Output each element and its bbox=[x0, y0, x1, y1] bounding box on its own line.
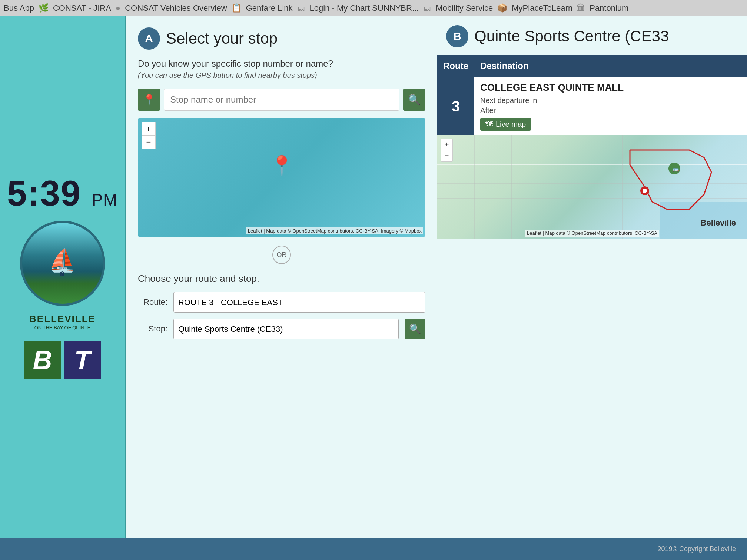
route-form-row: Route: ROUTE 3 - COLLEGE EAST ROUTE 1 - … bbox=[138, 292, 425, 313]
route-table-header: Route Destination bbox=[437, 55, 747, 77]
map-zoom-controls: + − bbox=[142, 122, 156, 149]
mini-map-city-label: Belleville bbox=[701, 218, 736, 228]
time-ampm: PM bbox=[92, 191, 118, 209]
stop-label: Stop: bbox=[138, 324, 167, 334]
col-header-dest: Destination bbox=[474, 55, 747, 77]
stop-select[interactable]: Quinte Sports Centre (CE33) College East… bbox=[173, 319, 399, 339]
map-pin-icon: 📍 bbox=[270, 154, 294, 177]
tab-login[interactable]: Login - My Chart SUNNYBR... bbox=[310, 3, 419, 13]
tab-pantonium[interactable]: Pantonium bbox=[590, 3, 628, 13]
col-header-route: Route bbox=[437, 55, 474, 77]
mini-map-attribution: Leaflet | Map data © OpenStreetMap contr… bbox=[525, 230, 659, 237]
map-attribution: Leaflet | Map data © OpenStreetMap contr… bbox=[246, 227, 423, 234]
bt-b-letter: B bbox=[24, 341, 61, 379]
right-header: B Quinte Sports Centre (CE33 bbox=[437, 16, 747, 55]
question-text: Do you know your specific stop number or… bbox=[138, 59, 425, 69]
panel-title: Select your stop bbox=[166, 30, 278, 47]
live-map-label: Live map bbox=[496, 120, 526, 129]
time-display: 5:39 PM bbox=[7, 176, 118, 211]
svg-point-13 bbox=[643, 189, 647, 193]
tab-genfare[interactable]: Genfare Link bbox=[246, 3, 293, 13]
map-zoom-in[interactable]: + bbox=[142, 122, 155, 136]
or-line-left bbox=[138, 255, 266, 255]
browser-bar: Bus App 🌿 CONSAT - JIRA ● CONSAT Vehicle… bbox=[0, 0, 747, 16]
stop-form-row: Stop: Quinte Sports Centre (CE33) Colleg… bbox=[138, 319, 425, 339]
stop-map: + − 📍 Leaflet | Map data © OpenStreetMap… bbox=[138, 118, 425, 237]
choose-route-title: Choose your route and stop. bbox=[138, 273, 425, 284]
route-destination-col: COLLEGE EAST QUINTE MALL Next departure … bbox=[474, 77, 747, 135]
sailboat-icon: ⛵ bbox=[49, 249, 76, 271]
gps-button[interactable]: 📍 bbox=[138, 89, 160, 111]
bottom-bar: 2019© Copyright Belleville bbox=[0, 538, 747, 560]
tab-bus-app[interactable]: Bus App bbox=[4, 3, 34, 13]
tab-myplace[interactable]: MyPlaceToLearn bbox=[512, 3, 572, 13]
route-select[interactable]: ROUTE 3 - COLLEGE EAST ROUTE 1 - DOWNTOW… bbox=[173, 292, 425, 313]
route-row: 3 COLLEGE EAST QUINTE MALL Next departur… bbox=[437, 77, 747, 135]
middle-panel: A Select your stop Do you know your spec… bbox=[126, 16, 437, 538]
route-mini-map: 🚌 + − Belleville Leaflet | Map data © Op… bbox=[437, 135, 747, 239]
question-sub: (You can use the GPS button to find near… bbox=[138, 71, 425, 80]
map-background bbox=[138, 118, 425, 237]
after-label: After bbox=[480, 106, 741, 115]
panel-header: A Select your stop bbox=[138, 27, 425, 50]
right-panel: B Quinte Sports Centre (CE33 Route Desti… bbox=[437, 16, 747, 538]
route-destination-name: COLLEGE EAST QUINTE MALL bbox=[480, 82, 741, 93]
copyright: 2019© Copyright Belleville bbox=[658, 545, 736, 553]
badge-a: A bbox=[138, 27, 160, 50]
bt-logo: B T bbox=[24, 341, 101, 379]
time-value: 5:39 bbox=[7, 173, 81, 213]
live-map-button[interactable]: 🗺 Live map bbox=[480, 118, 531, 131]
tab-consat-jira[interactable]: CONSAT - JIRA bbox=[53, 3, 111, 13]
mini-map-background: 🚌 + − Belleville Leaflet | Map data © Op… bbox=[437, 135, 747, 239]
bt-t-letter: T bbox=[64, 341, 101, 379]
or-label: OR bbox=[272, 246, 291, 264]
city-sub: ON THE BAY OF QUINTE bbox=[34, 325, 91, 330]
city-name: BELLEVILLE bbox=[29, 313, 96, 325]
left-panel: 5:39 PM ⛵ 🏛 BELLEVILLE ON THE BAY OF QUI… bbox=[0, 16, 126, 538]
search-row: 📍 🔍 bbox=[138, 89, 425, 111]
svg-text:🚌: 🚌 bbox=[673, 166, 679, 172]
stop-search-input[interactable] bbox=[164, 89, 399, 111]
route-label: Route: bbox=[138, 297, 167, 307]
stop-name-title: Quinte Sports Centre (CE33 bbox=[474, 27, 669, 45]
route-stop-search-button[interactable]: 🔍 bbox=[405, 319, 425, 339]
tab-consat-vehicles[interactable]: CONSAT Vehicles Overview bbox=[125, 3, 227, 13]
live-map-icon: 🗺 bbox=[485, 120, 493, 129]
belleville-logo: ⛵ 🏛 bbox=[20, 221, 105, 306]
tab-mobility[interactable]: Mobility Service bbox=[436, 3, 493, 13]
map-zoom-out[interactable]: − bbox=[142, 136, 155, 149]
next-departure-label: Next departure in bbox=[480, 96, 741, 105]
mini-map-zoom-in[interactable]: + bbox=[441, 139, 452, 150]
route-number: 3 bbox=[437, 92, 474, 121]
or-line-right bbox=[297, 255, 425, 255]
stop-search-button[interactable]: 🔍 bbox=[403, 89, 425, 111]
badge-b: B bbox=[446, 25, 468, 47]
or-divider: OR bbox=[138, 246, 425, 264]
mini-map-zoom-out[interactable]: − bbox=[441, 150, 452, 161]
mini-map-zoom-controls: + − bbox=[441, 139, 453, 162]
